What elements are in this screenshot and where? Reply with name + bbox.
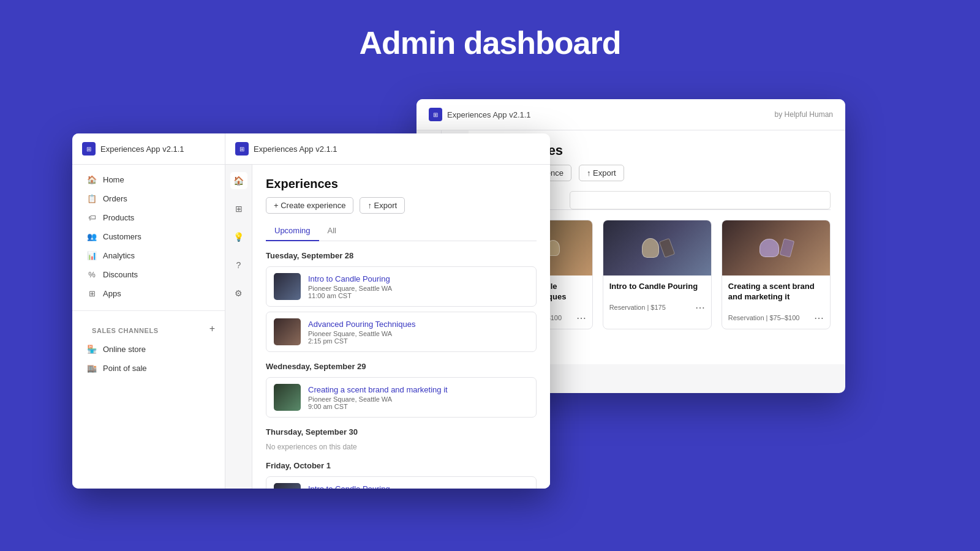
back-card-3-body: Creating a scent brand and marketing it (722, 276, 830, 312)
date-oct1: Friday, October 1 (266, 461, 537, 470)
event-time-0: 11:00 am CST (308, 292, 529, 299)
back-card-2-body: Intro to Candle Pouring (603, 276, 711, 302)
tab-upcoming[interactable]: Upcoming (266, 222, 319, 241)
nav-label-apps: Apps (103, 289, 121, 298)
event-row-1[interactable]: Advanced Pouring Techniques Pioneer Squa… (266, 312, 537, 352)
front-experiences-main: Experiences + Create experience ↑ Export… (252, 165, 550, 489)
inner-settings-icon[interactable]: ⚙ (230, 285, 247, 302)
date-sep28: Tuesday, September 28 (266, 251, 537, 260)
event-thumb-2 (274, 384, 301, 411)
event-title-2: Creating a scent brand and marketing it (308, 385, 529, 394)
nav-item-online-store[interactable]: 🏪 Online store (77, 340, 220, 358)
front-app-name: Experiences App v2.1.1 (100, 144, 184, 154)
nav-label-products: Products (103, 213, 134, 222)
event-info-0: Intro to Candle Pouring Pioneer Square, … (308, 274, 529, 299)
back-app-title-row: ⊞ Experiences App v2.1.1 (429, 108, 531, 121)
front-experiences-title: Experiences (266, 177, 537, 191)
front-nav-sidebar: ⊞ Experiences App v2.1.1 🏠 Home 📋 Orders… (72, 133, 225, 489)
inner-grid-icon[interactable]: ⊞ (230, 200, 247, 217)
front-app-bar: ⊞ Experiences App v2.1.1 (225, 133, 550, 165)
no-events-sep30: No experiences on this date (266, 443, 537, 451)
event-title-3: Intro to Candle Pouring (308, 484, 472, 489)
front-content-app-icon: ⊞ (235, 142, 249, 156)
nav-item-discounts[interactable]: % Discounts (77, 265, 220, 283)
home-icon: 🏠 (87, 174, 97, 184)
event-row-3[interactable]: Intro to Candle Pouring Pioneer Square, … (266, 476, 537, 489)
nav-section-channels: SALES CHANNELS + 🏪 Online store 🏬 Point … (72, 313, 225, 383)
event-time-2: 9:00 am CST (308, 403, 529, 410)
back-window-header: ⊞ Experiences App v2.1.1 by Helpful Huma… (417, 99, 845, 130)
nav-channels-header: SALES CHANNELS + (72, 318, 225, 339)
nav-section-main: 🏠 Home 📋 Orders 🏷 Products 👥 Customers 📊… (72, 165, 225, 308)
back-card-3-img (722, 220, 830, 276)
date-sep30: Thursday, September 30 (266, 427, 537, 437)
pos-icon: 🏬 (87, 363, 97, 373)
nav-item-analytics[interactable]: 📊 Analytics (77, 246, 220, 264)
back-search-input[interactable] (570, 191, 831, 209)
front-content-area: ⊞ Experiences App v2.1.1 🏠 ⊞ 💡 ? ⚙ Exper… (225, 133, 550, 489)
front-export-btn[interactable]: ↑ Export (360, 197, 405, 214)
back-app-icon: ⊞ (429, 108, 442, 121)
orders-icon: 📋 (87, 193, 97, 203)
event-row-0[interactable]: Intro to Candle Pouring Pioneer Square, … (266, 266, 537, 307)
event-info-2: Creating a scent brand and marketing it … (308, 385, 529, 410)
event-thumb-0 (274, 273, 301, 300)
inner-home-icon[interactable]: 🏠 (230, 172, 247, 189)
front-inner-sidebar: 🏠 ⊞ 💡 ? ⚙ (225, 165, 252, 489)
nav-label-customers: Customers (103, 232, 141, 241)
nav-item-customers[interactable]: 👥 Customers (77, 227, 220, 246)
nav-item-products[interactable]: 🏷 Products (77, 208, 220, 227)
date-group-oct1: Friday, October 1 Intro to Candle Pourin… (266, 461, 537, 489)
discounts-icon: % (87, 269, 97, 279)
back-app-name: Experiences App v2.1.1 (447, 110, 531, 119)
page-title: Admin dashboard (0, 0, 980, 61)
date-sep29: Wednesday, September 29 (266, 362, 537, 371)
front-create-btn[interactable]: + Create experience (266, 197, 353, 214)
event-row-2[interactable]: Creating a scent brand and marketing it … (266, 377, 537, 418)
back-export-btn[interactable]: ↑ Export (579, 165, 624, 181)
back-card-3-meta: Reservation | $75–$100 (728, 314, 800, 321)
analytics-icon: 📊 (87, 250, 97, 260)
tab-all[interactable]: All (319, 222, 345, 241)
back-card-3-title: Creating a scent brand and marketing it (728, 282, 824, 302)
front-app-header: ⊞ Experiences App v2.1.1 (72, 133, 225, 165)
nav-item-home[interactable]: 🏠 Home (77, 170, 220, 189)
nav-divider (72, 310, 225, 311)
back-card-3: Creating a scent brand and marketing it … (722, 220, 831, 329)
date-group-sep28: Tuesday, September 28 Intro to Candle Po… (266, 251, 537, 352)
inner-bulb-icon[interactable]: 💡 (230, 228, 247, 246)
back-card-1-more-btn[interactable]: ⋯ (576, 312, 586, 324)
front-window: ⊞ Experiences App v2.1.1 🏠 Home 📋 Orders… (72, 133, 550, 489)
back-card-2-more-btn[interactable]: ⋯ (695, 302, 705, 313)
add-channel-icon[interactable]: + (209, 323, 215, 334)
products-icon: 🏷 (87, 212, 97, 222)
front-tabs-row: Upcoming All (266, 222, 537, 241)
event-location-0: Pioneer Square, Seattle WA (308, 285, 529, 292)
back-card-2-footer: Reservation | $175 ⋯ (603, 302, 711, 318)
back-by-label: by Helpful Human (775, 110, 833, 119)
channels-title: SALES CHANNELS (82, 321, 168, 337)
back-card-3-more-btn[interactable]: ⋯ (814, 312, 824, 324)
event-thumb-1 (274, 318, 301, 345)
back-card-2-meta: Reservation | $175 (609, 304, 666, 311)
front-inner-layout: 🏠 ⊞ 💡 ? ⚙ Experiences + Create experienc… (225, 165, 550, 489)
inner-help-icon[interactable]: ? (230, 257, 247, 274)
nav-item-pos[interactable]: 🏬 Point of sale (77, 359, 220, 377)
event-info-1: Advanced Pouring Techniques Pioneer Squa… (308, 320, 529, 345)
back-card-2: Intro to Candle Pouring Reservation | $1… (603, 220, 712, 329)
event-location-2: Pioneer Square, Seattle WA (308, 395, 529, 403)
nav-label-analytics: Analytics (103, 251, 135, 260)
back-card-2-title: Intro to Candle Pouring (609, 282, 705, 292)
nav-item-apps[interactable]: ⊞ Apps (77, 284, 220, 302)
nav-item-orders[interactable]: 📋 Orders (77, 189, 220, 208)
event-time-1: 2:15 pm CST (308, 337, 529, 345)
date-group-sep30: Thursday, September 30 No experiences on… (266, 427, 537, 451)
event-info-3: Intro to Candle Pouring Pioneer Square, … (308, 484, 472, 489)
event-title-0: Intro to Candle Pouring (308, 274, 529, 283)
nav-label-orders: Orders (103, 194, 127, 203)
apps-icon: ⊞ (87, 288, 97, 298)
front-actions-row: + Create experience ↑ Export (266, 197, 537, 214)
event-thumb-3 (274, 483, 301, 489)
customers-icon: 👥 (87, 231, 97, 241)
front-app-icon: ⊞ (82, 142, 96, 156)
